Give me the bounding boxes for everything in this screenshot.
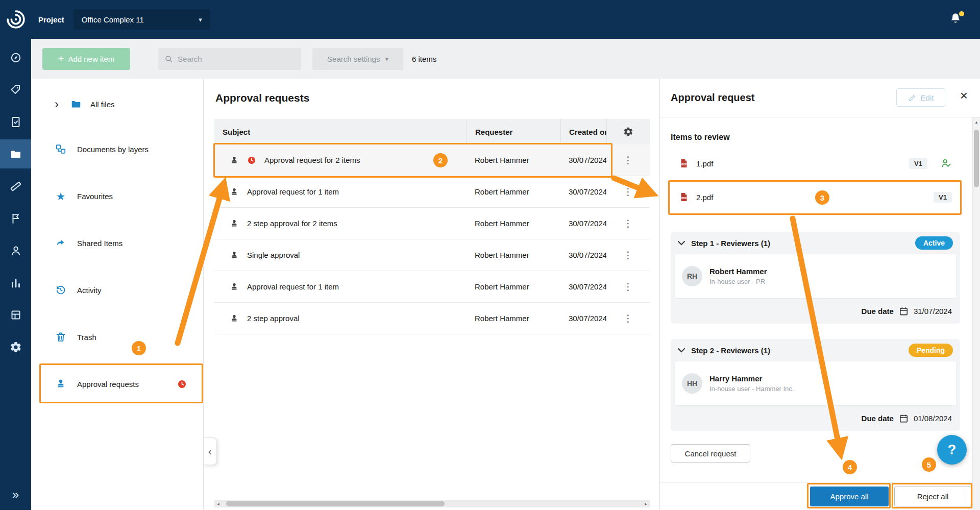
row-subject: Approval request for 1 item [247, 282, 339, 291]
tree-item-favourites[interactable]: ★ Favourites [31, 173, 203, 220]
table-row[interactable]: 2 step approval for 2 items Robert Hamme… [214, 208, 650, 239]
reject-all-button[interactable]: Reject all [894, 487, 971, 506]
scroll-left-arrow[interactable]: ◂ [214, 501, 222, 506]
rail-item-locations[interactable] [0, 204, 31, 233]
detail-action-bar: Approve all Reject all [660, 482, 980, 510]
row-requester: Robert Hammer [467, 251, 560, 259]
rail-item-dashboard[interactable] [0, 43, 31, 72]
table-row[interactable]: Approval request for 1 item Robert Hamme… [214, 271, 650, 303]
reviewer-name: Robert Hammer [709, 267, 767, 276]
project-name: Office Complex 11 [82, 15, 144, 24]
rail-item-settings[interactable] [0, 332, 31, 361]
step-1-header[interactable]: Step 1 - Reviewers (1) Active [671, 232, 960, 254]
column-header-created[interactable]: Created on [560, 119, 606, 144]
scroll-up-arrow[interactable]: ▴ [973, 117, 980, 125]
close-button[interactable]: × [960, 89, 968, 102]
search-settings-label: Search settings [327, 55, 380, 63]
search-box[interactable] [158, 48, 301, 70]
horizontal-scrollbar[interactable]: ◂ ▸ [214, 500, 650, 507]
scrollbar-track[interactable] [222, 500, 642, 507]
detail-header: Approval request Edit × [660, 79, 980, 117]
step-2-header[interactable]: Step 2 - Reviewers (1) Pending [671, 339, 960, 361]
share-arrow-icon [55, 237, 67, 249]
svg-text:PDF: PDF [681, 197, 687, 200]
row-created: 30/07/2024 [560, 282, 606, 291]
table-row[interactable]: 2 step approval Robert Hammer 30/07/2024… [214, 303, 650, 334]
due-date-label: Due date [862, 414, 894, 423]
items-count: 6 items [412, 55, 436, 63]
rail-item-tags[interactable] [0, 75, 31, 104]
collapse-panel-button[interactable]: ‹ [204, 438, 217, 465]
table-row[interactable]: Approval request for 2 items Robert Hamm… [214, 144, 650, 176]
rail-expand-button[interactable]: » [12, 488, 19, 502]
tree-item-activity[interactable]: Activity [31, 266, 203, 313]
scrollbar-thumb[interactable] [226, 501, 445, 506]
edit-button[interactable]: Edit [896, 88, 945, 107]
row-requester: Robert Hammer [467, 314, 560, 323]
tree-item-approval-requests[interactable]: Approval requests [31, 360, 203, 407]
detail-body: Items to review PDF 1.pdf V1 PDF 2.pdf V… [671, 117, 960, 482]
scrollbar-thumb[interactable] [974, 130, 979, 187]
search-input[interactable] [178, 55, 295, 63]
due-date-value: 01/08/2024 [914, 414, 952, 423]
items-to-review-title: Items to review [671, 133, 960, 142]
search-settings-button[interactable]: Search settings ▾ [312, 48, 403, 70]
approval-requests-table: Subject Requester Created on Approval re… [214, 119, 650, 334]
chevron-down-icon: ▾ [385, 55, 388, 63]
scroll-right-arrow[interactable]: ▸ [642, 501, 650, 506]
table-row[interactable]: Approval request for 1 item Robert Hamme… [214, 176, 650, 208]
rail-item-measure[interactable] [0, 172, 31, 201]
tree-item-all-files[interactable]: › All files [31, 83, 203, 126]
measure-icon [10, 180, 22, 192]
column-settings-button[interactable] [606, 119, 650, 144]
item-name: 2.pdf [696, 193, 713, 202]
column-header-requester[interactable]: Requester [467, 119, 560, 144]
detail-title: Approval request [671, 92, 754, 104]
rail-item-layouts[interactable] [0, 300, 31, 329]
tree-item-shared-items[interactable]: Shared Items [31, 220, 203, 266]
plus-icon: + [58, 54, 64, 64]
row-menu-button[interactable]: ⋮ [623, 282, 633, 292]
tree-item-label: Shared Items [77, 239, 122, 248]
review-item-2pdf[interactable]: PDF 2.pdf V1 [671, 183, 960, 211]
status-badge: Active [915, 236, 953, 250]
row-created: 30/07/2024 [560, 156, 606, 164]
pending-clock-badge [177, 379, 187, 389]
row-menu-button[interactable]: ⋮ [623, 313, 633, 323]
vertical-scrollbar[interactable]: ▴ [972, 117, 980, 510]
rail-item-files[interactable] [0, 139, 31, 168]
rail-item-reports[interactable] [0, 268, 31, 297]
history-icon [55, 284, 67, 296]
tree-item-documents-by-layers[interactable]: Documents by layers [31, 126, 203, 173]
row-created: 30/07/2024 [560, 219, 606, 228]
table-row[interactable]: Single approval Robert Hammer 30/07/2024… [214, 239, 650, 271]
rail-item-documents[interactable] [0, 107, 31, 136]
row-menu-button[interactable]: ⋮ [623, 187, 633, 197]
app-logo[interactable] [0, 0, 31, 39]
edit-label: Edit [921, 93, 934, 102]
help-button[interactable]: ? [937, 435, 967, 465]
tree-item-label: Trash [77, 333, 96, 342]
column-header-subject[interactable]: Subject [214, 119, 467, 144]
cancel-request-button[interactable]: Cancel request [671, 444, 750, 463]
row-subject: 2 step approval for 2 items [247, 219, 337, 228]
step-card-1: Step 1 - Reviewers (1) Active RH Robert … [671, 232, 960, 324]
chevron-left-icon: ‹ [208, 446, 212, 457]
notifications-button[interactable] [948, 12, 964, 27]
row-created: 30/07/2024 [560, 251, 606, 259]
row-menu-button[interactable]: ⋮ [623, 155, 633, 165]
reviewer-row: RH Robert Hammer In-house user - PR [675, 254, 956, 298]
reviewer-role: In-house user - PR [709, 278, 767, 285]
project-label: Project [38, 15, 64, 24]
review-item-1pdf[interactable]: PDF 1.pdf V1 [671, 149, 960, 178]
status-badge: Pending [909, 344, 953, 357]
person-icon [10, 245, 22, 257]
stamp-icon [230, 251, 239, 260]
project-selector[interactable]: Office Complex 11 ▾ [74, 9, 210, 30]
row-menu-button[interactable]: ⋮ [623, 218, 633, 228]
rail-item-users[interactable] [0, 236, 31, 265]
tree-item-trash[interactable]: Trash [31, 313, 203, 360]
approve-all-button[interactable]: Approve all [810, 487, 889, 506]
add-new-item-button[interactable]: + Add new item [42, 48, 130, 70]
row-menu-button[interactable]: ⋮ [623, 250, 633, 260]
